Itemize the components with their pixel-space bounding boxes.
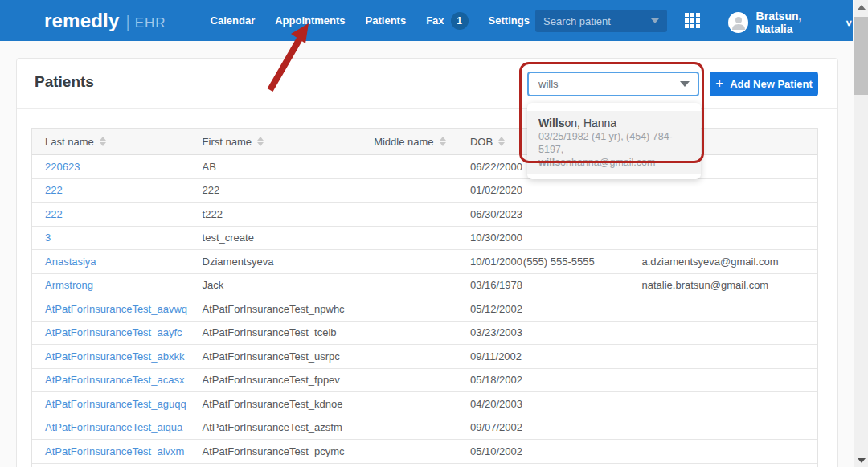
- cell-dob: 06/30/2023: [451, 208, 523, 220]
- cell-last-name: 222: [32, 208, 203, 220]
- cell-dob: 04/20/2003: [451, 398, 523, 410]
- result-patient-email: willsonhanna@gmail.com: [538, 156, 690, 169]
- logo-suffix-text: EHR: [135, 15, 166, 31]
- page-title: Patients: [35, 73, 94, 91]
- table-row: 22222201/02/2020: [32, 179, 817, 203]
- cell-last-name: AtPatForInsuranceTest_abxkk: [32, 350, 203, 363]
- triangle-down-icon: [858, 458, 866, 463]
- patient-link[interactable]: Anastasiya: [45, 256, 96, 268]
- table-row: AtPatForInsuranceTest_acasxAtPatForInsur…: [32, 369, 817, 393]
- main-nav: CalendarAppointmentsPatientsFax1Settings: [211, 12, 530, 30]
- table-row-partial: [32, 464, 817, 467]
- table-row: AtPatForInsuranceTest_aiquaAtPatForInsur…: [32, 416, 817, 440]
- cell-first-name: AtPatForInsuranceTest_tcelb: [203, 326, 362, 338]
- cell-dob: 05/18/2002: [451, 374, 523, 386]
- table-row: ArmstrongJack03/16/1978natalie.bratsun@g…: [32, 274, 817, 298]
- table-row: AtPatForInsuranceTest_aivxmAtPatForInsur…: [32, 440, 817, 464]
- nav-item-settings[interactable]: Settings: [489, 14, 530, 27]
- sort-icon[interactable]: [100, 137, 106, 146]
- cell-last-name: 3: [32, 231, 203, 244]
- sort-icon[interactable]: [498, 137, 505, 146]
- topbar-patient-search[interactable]: Search patient: [535, 10, 667, 32]
- nav-item-label: Fax: [426, 14, 444, 27]
- sort-icon[interactable]: [440, 137, 446, 146]
- nav-item-appointments[interactable]: Appointments: [275, 14, 345, 27]
- table-row: 222t22206/30/2023: [32, 203, 817, 227]
- patient-link[interactable]: AtPatForInsuranceTest_acasx: [45, 374, 184, 386]
- chevron-down-icon: [651, 18, 659, 23]
- triangle-up-icon: [858, 5, 866, 10]
- cell-last-name: AtPatForInsuranceTest_acasx: [32, 374, 203, 386]
- app-logo[interactable]: remedly | EHR: [44, 10, 166, 32]
- column-header-dob[interactable]: DOB: [451, 136, 523, 148]
- column-header-middle-name[interactable]: Middle name: [361, 136, 451, 148]
- column-header-label: DOB: [470, 136, 493, 148]
- scrollbar-down-button[interactable]: [854, 453, 868, 467]
- patient-link[interactable]: AtPatForInsuranceTest_aiqua: [45, 421, 182, 433]
- table-row: AnastasiyaDziamentsyeva10/01/2000(555) 5…: [32, 250, 817, 274]
- nav-item-label: Settings: [489, 14, 530, 27]
- nav-item-patients[interactable]: Patients: [366, 14, 407, 27]
- patient-link[interactable]: AtPatForInsuranceTest_aayfc: [45, 326, 182, 338]
- cell-phone: (555) 555-5555: [523, 256, 642, 268]
- cell-first-name: AtPatForInsuranceTest_azsfm: [203, 421, 362, 433]
- table-row: 3test_create10/30/2000: [32, 227, 817, 251]
- patient-link[interactable]: 220623: [45, 161, 80, 173]
- result-patient-details: 03/25/1982 (41 yr), (454) 784-5197,: [538, 130, 690, 156]
- cell-first-name: AB: [203, 161, 362, 173]
- apps-grid-icon[interactable]: [685, 13, 701, 29]
- window-scrollbar[interactable]: [854, 0, 868, 467]
- cell-dob: 10/01/2000: [451, 256, 523, 268]
- cell-last-name: AtPatForInsuranceTest_aayfc: [32, 326, 203, 338]
- patient-link[interactable]: Armstrong: [45, 279, 93, 291]
- cell-first-name: Jack: [203, 279, 362, 291]
- sort-icon[interactable]: [257, 137, 264, 146]
- result-patient-name: Willson, Hanna: [538, 116, 690, 130]
- fax-count-badge: 1: [451, 12, 469, 30]
- add-new-patient-button[interactable]: + Add New Patient: [710, 72, 818, 96]
- cell-dob: 03/16/1978: [451, 279, 523, 291]
- cell-first-name: AtPatForInsuranceTest_kdnoe: [203, 398, 362, 410]
- scrollbar-thumb[interactable]: [854, 17, 868, 95]
- patient-filter-input[interactable]: [538, 78, 680, 90]
- cell-last-name: AtPatForInsuranceTest_aivxm: [32, 445, 203, 457]
- cell-last-name: AtPatForInsuranceTest_aguqq: [32, 398, 203, 410]
- patients-panel: Patients + Add New Patient Willson, Hann…: [16, 58, 838, 467]
- add-new-patient-label: Add New Patient: [730, 78, 813, 90]
- nav-item-fax[interactable]: Fax1: [426, 12, 468, 30]
- chevron-down-icon[interactable]: [680, 81, 690, 87]
- nav-item-label: Calendar: [211, 14, 256, 27]
- cell-first-name: t222: [203, 208, 362, 220]
- cell-last-name: Armstrong: [32, 279, 203, 291]
- column-header-first-name[interactable]: First name: [203, 136, 362, 148]
- top-navigation-bar: remedly | EHR CalendarAppointmentsPatien…: [0, 0, 853, 41]
- cell-last-name: AtPatForInsuranceTest_aiqua: [32, 421, 203, 433]
- user-avatar: [728, 12, 748, 33]
- cell-dob: 05/12/2002: [451, 303, 523, 315]
- patient-link[interactable]: AtPatForInsuranceTest_abxkk: [45, 350, 184, 363]
- scrollbar-up-button[interactable]: [854, 0, 868, 14]
- column-header-label: First name: [203, 136, 252, 148]
- cell-dob: 09/07/2002: [451, 421, 523, 433]
- patient-link[interactable]: AtPatForInsuranceTest_aivxm: [45, 445, 184, 457]
- table-row: AtPatForInsuranceTest_aguqqAtPatForInsur…: [32, 392, 817, 416]
- patient-link[interactable]: 222: [45, 184, 63, 196]
- patient-search-dropdown: Willson, Hanna 03/25/1982 (41 yr), (454)…: [527, 103, 701, 179]
- column-header-last-name[interactable]: Last name: [32, 136, 203, 148]
- patient-link[interactable]: 222: [45, 208, 63, 220]
- cell-last-name: Anastasiya: [32, 256, 203, 268]
- column-header-label: Middle name: [374, 136, 433, 148]
- patient-link[interactable]: AtPatForInsuranceTest_aavwq: [45, 303, 187, 315]
- user-menu[interactable]: Bratsun, Natalia ∨: [728, 10, 853, 35]
- cell-last-name: AtPatForInsuranceTest_aavwq: [32, 303, 203, 315]
- patient-link[interactable]: 3: [45, 231, 51, 244]
- user-name: Bratsun, Natalia: [756, 10, 837, 35]
- patient-filter-combobox[interactable]: [527, 72, 699, 96]
- patient-search-result[interactable]: Willson, Hanna 03/25/1982 (41 yr), (454)…: [527, 111, 701, 174]
- logo-separator: |: [125, 13, 129, 31]
- logo-brand-text: remedly: [44, 10, 119, 32]
- patient-link[interactable]: AtPatForInsuranceTest_aguqq: [45, 398, 186, 410]
- cell-dob: 03/23/2003: [451, 326, 523, 338]
- nav-item-calendar[interactable]: Calendar: [211, 14, 256, 27]
- cell-dob: 10/30/2000: [451, 231, 523, 244]
